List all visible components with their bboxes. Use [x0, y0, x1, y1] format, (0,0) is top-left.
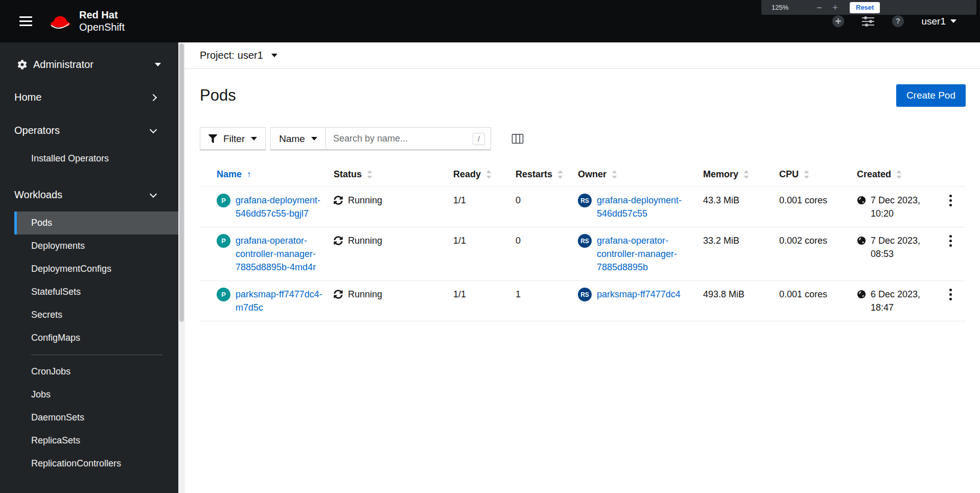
perspective-label: Administrator: [33, 59, 94, 71]
zoom-out-button[interactable]: −: [811, 3, 827, 12]
column-header-status[interactable]: Status: [334, 162, 453, 186]
project-label: Project:: [200, 50, 235, 61]
ready-cell: 1/1: [453, 281, 516, 308]
sidebar-item-statefulsets[interactable]: StatefulSets: [14, 280, 178, 303]
project-value[interactable]: user1: [238, 50, 263, 61]
table-row: P grafana-operator-controller-manager-78…: [200, 227, 966, 280]
sidebar-item-configmaps[interactable]: ConfigMaps: [14, 326, 178, 349]
sidebar-item-replicationcontrollers[interactable]: ReplicationControllers: [14, 452, 178, 475]
sidebar-item-daemonsets[interactable]: DaemonSets: [14, 406, 178, 429]
ready-cell: 1/1: [453, 227, 516, 254]
main-content: Project: user1 Pods Create Pod Filter Na…: [185, 42, 980, 493]
table-row: P parksmap-ff7477dc4-m7d5c Running 1/1 1…: [200, 280, 966, 321]
status-text: Running: [348, 194, 382, 207]
manage-columns-button[interactable]: [511, 127, 524, 150]
sidebar-item-deployments[interactable]: Deployments: [14, 234, 178, 257]
sidebar-item-pods[interactable]: Pods: [14, 212, 178, 234]
sortable-icon: [557, 170, 563, 179]
chevron-down-icon[interactable]: [271, 54, 277, 57]
sortable-icon: [367, 170, 372, 179]
sync-running-icon: [334, 196, 343, 205]
filter-toolbar: Filter Name /: [200, 127, 980, 150]
settings-button[interactable]: [861, 15, 875, 28]
quick-create-button[interactable]: [831, 14, 845, 28]
column-header-owner[interactable]: Owner: [578, 162, 703, 186]
chevron-down-icon: [311, 137, 317, 140]
sortable-icon: [612, 170, 617, 179]
sidebar-item-label: Workloads: [14, 189, 62, 201]
zoom-reset-button[interactable]: Reset: [850, 2, 880, 13]
globe-timestamp-icon: [857, 196, 866, 205]
pod-name-link[interactable]: grafana-deployment-546dd57c55-bgjl7: [236, 194, 330, 220]
cpu-cell: 0.001 cores: [779, 281, 857, 308]
sidebar-item-workloads[interactable]: Workloads: [0, 178, 178, 212]
kebab-menu-icon[interactable]: [947, 286, 954, 303]
sidebar-item-replicasets[interactable]: ReplicaSets: [14, 429, 178, 452]
search-input[interactable]: [325, 127, 491, 150]
zoom-in-button[interactable]: +: [827, 3, 843, 12]
sortable-icon: [804, 170, 809, 179]
chevron-down-icon: [150, 126, 157, 133]
owner-link[interactable]: parksmap-ff7477dc4: [597, 288, 681, 301]
pod-badge: P: [217, 288, 230, 301]
pod-name-link[interactable]: grafana-operator-controller-manager-7885…: [236, 234, 330, 274]
status-text: Running: [348, 234, 382, 247]
perspective-switcher[interactable]: Administrator: [0, 42, 178, 81]
sidebar-item-jobs[interactable]: Jobs: [14, 383, 178, 406]
browser-zoom-overlay: 125% − + Reset: [761, 0, 976, 15]
user-menu[interactable]: user1: [921, 16, 956, 27]
created-timestamp: 6 Dec 2023, 18:47: [871, 288, 931, 314]
sidebar-scrollbar[interactable]: [178, 42, 185, 493]
chevron-down-icon: [251, 137, 257, 140]
sidebar-item-deploymentconfigs[interactable]: DeploymentConfigs: [14, 257, 178, 280]
created-timestamp: 7 Dec 2023, 08:53: [871, 234, 931, 261]
sidebar-item-home[interactable]: Home: [0, 81, 178, 114]
username: user1: [921, 16, 946, 27]
column-header-memory[interactable]: Memory: [703, 162, 779, 186]
sortable-icon: [896, 170, 902, 179]
sidebar-item-secrets[interactable]: Secrets: [14, 303, 178, 326]
column-header-created[interactable]: Created: [857, 162, 939, 186]
column-header-ready[interactable]: Ready: [453, 162, 516, 186]
brand-logo[interactable]: Red Hat OpenShift: [49, 9, 125, 33]
shortcut-key-hint: /: [473, 133, 485, 145]
kebab-menu-icon[interactable]: [947, 192, 954, 209]
scrollbar-thumb[interactable]: [179, 43, 184, 322]
sliders-icon: [861, 15, 875, 28]
filter-dropdown[interactable]: Filter: [200, 127, 266, 150]
sync-running-icon: [334, 290, 343, 299]
restarts-cell: 1: [516, 281, 578, 308]
pod-badge: P: [217, 234, 230, 248]
owner-link[interactable]: grafana-operator-controller-manager-7885…: [597, 234, 699, 274]
redhat-hat-icon: [49, 13, 72, 30]
search-type-dropdown[interactable]: Name: [270, 127, 326, 150]
help-button[interactable]: ?: [891, 14, 905, 28]
filter-funnel-icon: [208, 134, 217, 143]
brand-line2: OpenShift: [79, 21, 125, 34]
sortable-icon: [743, 170, 749, 179]
sidebar-item-label: Operators: [14, 125, 60, 136]
sidebar-item-installed-operators[interactable]: Installed Operators: [14, 147, 178, 170]
sidebar-item-cronjobs[interactable]: CronJobs: [14, 360, 178, 383]
column-header-name[interactable]: Name ↑: [200, 162, 334, 186]
chevron-down-icon: [155, 63, 161, 66]
globe-timestamp-icon: [857, 236, 866, 245]
create-pod-button[interactable]: Create Pod: [896, 84, 966, 107]
replicaset-badge: RS: [578, 288, 592, 301]
memory-cell: 33.2 MiB: [703, 227, 779, 254]
replicaset-badge: RS: [578, 234, 592, 248]
gear-icon: [17, 60, 27, 69]
pod-name-link[interactable]: parksmap-ff7477dc4-m7d5c: [236, 288, 330, 314]
sidebar-item-operators[interactable]: Operators: [0, 114, 178, 147]
cpu-cell: 0.002 cores: [779, 227, 857, 254]
column-header-restarts[interactable]: Restarts: [516, 162, 578, 186]
chevron-down-icon: [950, 19, 956, 23]
kebab-menu-icon[interactable]: [947, 232, 954, 250]
filter-label: Filter: [223, 133, 245, 145]
restarts-cell: 0: [516, 187, 578, 214]
owner-link[interactable]: grafana-deployment-546dd57c55: [597, 194, 699, 220]
column-header-cpu[interactable]: CPU: [779, 162, 857, 186]
masthead: Red Hat OpenShift 125% − + Reset: [0, 0, 980, 42]
page-title: Pods: [200, 86, 236, 105]
nav-toggle-icon[interactable]: [16, 13, 35, 29]
